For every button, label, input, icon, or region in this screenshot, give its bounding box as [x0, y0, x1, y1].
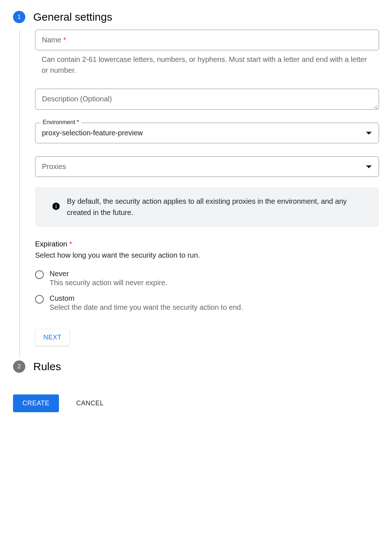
step-1-circle: 1 [13, 11, 25, 23]
chevron-down-icon [366, 131, 372, 135]
step-1-header: 1 General settings [13, 11, 379, 23]
expiration-radio-never[interactable]: Never This security action will never ex… [35, 270, 379, 287]
step-2-circle: 2 [13, 360, 25, 373]
step-2-title: Rules [33, 360, 61, 373]
description-textarea[interactable]: Description (Optional) [35, 89, 379, 110]
expiration-radio-custom[interactable]: Custom Select the date and time you want… [35, 294, 379, 312]
expiration-description: Select how long you want the security ac… [35, 251, 379, 259]
radio-icon [35, 270, 44, 279]
environment-value: proxy-selection-feature-preview [42, 129, 143, 137]
name-label: Name [42, 36, 61, 44]
footer-actions: CREATE CANCEL [13, 394, 379, 412]
proxies-select[interactable]: Proxies [35, 156, 379, 177]
svg-rect-2 [56, 204, 56, 205]
step-2-header[interactable]: 2 Rules [13, 360, 379, 373]
resize-handle-icon[interactable] [373, 103, 378, 109]
radio-icon [35, 295, 44, 304]
next-button[interactable]: NEXT [35, 329, 70, 346]
proxies-info-box: By default, the security action applies … [35, 187, 379, 227]
svg-rect-1 [56, 206, 56, 208]
step-1-title: General settings [33, 11, 112, 23]
name-helper-text: Can contain 2-61 lowercase letters, numb… [35, 50, 379, 76]
proxies-placeholder: Proxies [42, 162, 66, 171]
proxies-info-text: By default, the security action applies … [67, 196, 369, 218]
required-asterisk: * [61, 36, 66, 44]
radio-custom-title: Custom [50, 294, 243, 303]
create-button[interactable]: CREATE [13, 394, 59, 412]
info-icon [52, 202, 60, 212]
description-placeholder: Description (Optional) [42, 95, 112, 103]
chevron-down-icon [366, 165, 372, 169]
environment-label: Environment * [41, 119, 81, 126]
cancel-button[interactable]: CANCEL [74, 399, 106, 407]
required-asterisk: * [67, 240, 72, 248]
radio-never-title: Never [50, 270, 167, 278]
name-input[interactable]: Name * [35, 30, 379, 50]
radio-custom-sub: Select the date and time you want the se… [50, 303, 243, 312]
expiration-label: Expiration * [35, 240, 379, 248]
radio-never-sub: This security action will never expire. [50, 279, 167, 287]
step-1-body: Name * Can contain 2-61 lowercase letter… [19, 30, 379, 357]
environment-select[interactable]: Environment * proxy-selection-feature-pr… [35, 123, 379, 143]
